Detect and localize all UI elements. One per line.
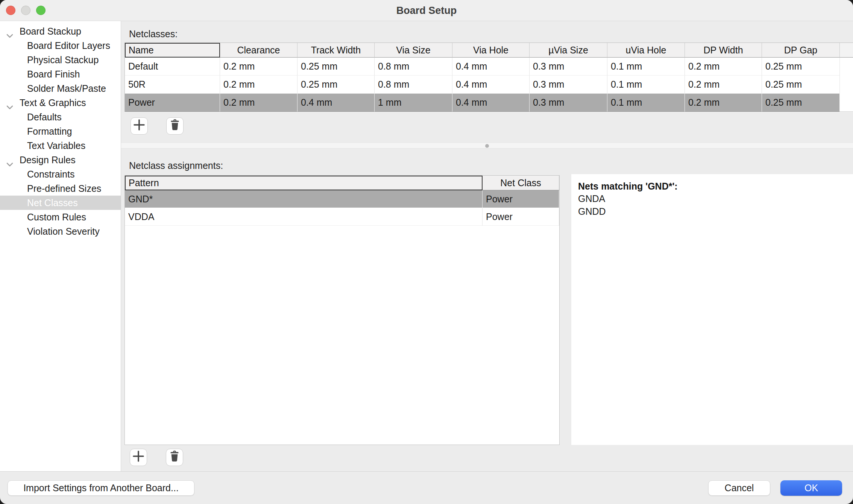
column-header-clearance[interactable]: Clearance [220,43,297,58]
plus-icon [132,450,144,465]
netclasses-table: Name Clearance Track Width Via Size Via … [124,43,853,112]
zoom-window-button[interactable] [36,6,46,15]
cell-value[interactable]: 1 mm [375,94,452,112]
cell-value[interactable]: 0.2 mm [220,58,297,76]
sidebar-item-constraints[interactable]: Constraints [0,167,121,181]
cell-value[interactable]: 0.2 mm [220,76,297,94]
cell-value[interactable]: 0.4 mm [452,58,530,76]
close-window-button[interactable] [6,6,15,15]
sidebar-item-label: Text & Graphics [20,97,86,108]
column-header-pattern[interactable]: Pattern [125,176,483,190]
assignments-table: Pattern Net Class GND* Power VDDA Power [124,175,560,445]
trash-icon [170,451,179,464]
sidebar-item-formatting[interactable]: Formatting [0,124,121,138]
sidebar-item-custom-rules[interactable]: Custom Rules [0,210,121,224]
cell-value[interactable]: 0.4 mm [297,94,375,112]
sidebar-item-label: Board Stackup [20,26,81,37]
cell-value[interactable]: 0.25 mm [762,58,840,76]
splitter-handle-icon [485,144,489,148]
chevron-down-icon[interactable] [6,101,14,106]
netclasses-header-row: Name Clearance Track Width Via Size Via … [125,43,853,58]
sidebar-item-predefined-sizes[interactable]: Pre-defined Sizes [0,181,121,196]
sidebar-item-board-stackup[interactable]: Board Stackup [0,24,121,38]
header-filler [840,43,853,58]
delete-assignment-button[interactable] [166,449,183,466]
table-row-power-selected: Power 0.2 mm 0.4 mm 1 mm 0.4 mm 0.3 mm 0… [125,94,853,112]
sidebar-item-label: Formatting [27,126,72,137]
sidebar-item-label: Physical Stackup [27,55,99,65]
sidebar-item-text-graphics[interactable]: Text & Graphics [0,96,121,110]
sidebar-item-board-finish[interactable]: Board Finish [0,67,121,81]
cancel-button[interactable]: Cancel [708,480,770,496]
sidebar-item-label: Solder Mask/Paste [27,83,106,94]
cell-value[interactable]: 0.8 mm [375,58,452,76]
sidebar-item-label: Board Finish [27,69,80,80]
cell-name[interactable]: Default [125,58,220,76]
cell-value[interactable]: 0.4 mm [452,76,530,94]
sidebar-item-board-editor-layers[interactable]: Board Editor Layers [0,38,121,53]
table-row-default: Default 0.2 mm 0.25 mm 0.8 mm 0.4 mm 0.3… [125,58,853,76]
add-netclass-button[interactable] [131,117,148,135]
minimize-window-button[interactable] [21,6,30,15]
ok-button[interactable]: OK [780,480,842,496]
sidebar-item-design-rules[interactable]: Design Rules [0,153,121,167]
cell-value[interactable]: 0.2 mm [685,58,762,76]
sidebar-item-label: Pre-defined Sizes [27,183,101,194]
sidebar-item-violation-severity[interactable]: Violation Severity [0,224,121,238]
cell-value[interactable]: 0.25 mm [762,94,840,112]
cell-value[interactable]: 0.1 mm [607,58,685,76]
cell-value[interactable]: 0.2 mm [685,94,762,112]
sidebar-item-defaults[interactable]: Defaults [0,110,121,124]
cell-name[interactable]: Power [125,94,220,112]
splitter-sash[interactable] [121,143,853,149]
sidebar-item-physical-stackup[interactable]: Physical Stackup [0,53,121,67]
column-header-track-width[interactable]: Track Width [297,43,375,58]
delete-netclass-button[interactable] [166,117,184,135]
sidebar-item-label: Board Editor Layers [27,40,110,51]
cell-value[interactable]: 0.2 mm [685,76,762,94]
net-list-item: GNDA [578,192,853,205]
add-assignment-button[interactable] [130,449,147,466]
row-filler [840,94,853,112]
cell-value[interactable]: 0.1 mm [607,94,685,112]
cell-value[interactable]: 0.3 mm [530,58,607,76]
traffic-lights [6,6,46,15]
sidebar-item-label: Design Rules [20,155,76,165]
cell-pattern[interactable]: VDDA [125,208,483,226]
column-header-via-size[interactable]: Via Size [375,43,452,58]
title-bar: Board Setup [0,0,853,21]
cell-pattern[interactable]: GND* [125,190,483,208]
sidebar-item-text-variables[interactable]: Text Variables [0,138,121,153]
import-settings-button[interactable]: Import Settings from Another Board... [8,480,194,496]
matching-nets-title: Nets matching 'GND*': [578,180,853,192]
column-header-dp-gap[interactable]: DP Gap [762,43,840,58]
cell-value[interactable]: 0.4 mm [452,94,530,112]
cell-value[interactable]: 0.25 mm [297,76,375,94]
sidebar-item-solder-mask-paste[interactable]: Solder Mask/Paste [0,81,121,96]
column-header-uvia-hole[interactable]: uVia Hole [607,43,685,58]
column-header-dp-width[interactable]: DP Width [685,43,762,58]
cell-name[interactable]: 50R [125,76,220,94]
cell-net-class[interactable]: Power [483,208,559,226]
cell-value[interactable]: 0.25 mm [297,58,375,76]
assignment-row-gnd-selected: GND* Power [125,190,559,208]
column-header-via-hole[interactable]: Via Hole [452,43,530,58]
column-header-name[interactable]: Name [125,43,220,58]
cell-value[interactable]: 0.3 mm [530,94,607,112]
sidebar-item-net-classes[interactable]: Net Classes [0,196,121,210]
assignments-label: Netclass assignments: [129,160,223,171]
cell-value[interactable]: 0.1 mm [607,76,685,94]
cell-value[interactable]: 0.3 mm [530,76,607,94]
cell-value[interactable]: 0.8 mm [375,76,452,94]
chevron-down-icon[interactable] [6,30,14,34]
column-header-net-class[interactable]: Net Class [483,176,559,190]
cell-value[interactable]: 0.25 mm [762,76,840,94]
column-header-uvia-size[interactable]: µVia Size [530,43,607,58]
plus-icon [133,119,145,133]
cell-value[interactable]: 0.2 mm [220,94,297,112]
chevron-down-icon[interactable] [6,158,14,163]
cell-net-class[interactable]: Power [483,190,559,208]
row-filler [840,58,853,76]
sidebar-item-label: Violation Severity [27,226,100,237]
board-setup-dialog: Board Setup Board Stackup Board Editor L… [0,0,853,504]
